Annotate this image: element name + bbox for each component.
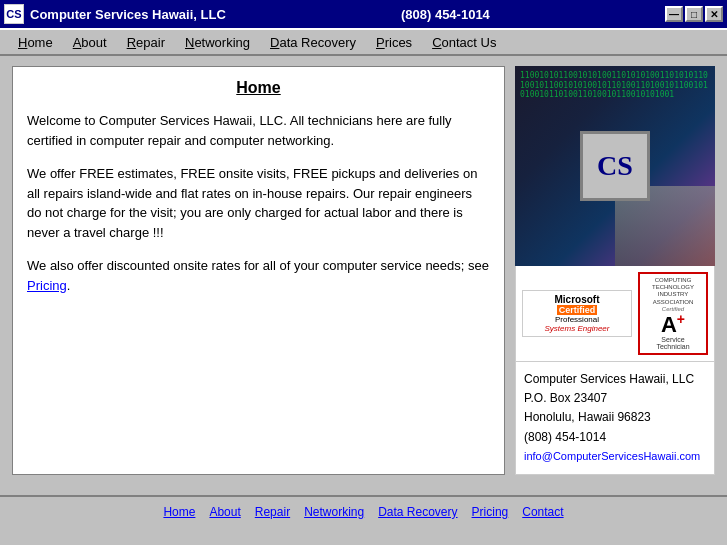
menu-bar: Home About Repair Networking Data Recove… bbox=[0, 28, 727, 56]
ms-certified-text: Certified bbox=[557, 305, 598, 315]
title-left: CS Computer Services Hawaii, LLC bbox=[4, 4, 226, 24]
footer-link-repair[interactable]: Repair bbox=[255, 505, 290, 519]
menu-item-about[interactable]: About bbox=[63, 32, 117, 53]
title-bar: CS Computer Services Hawaii, LLC (808) 4… bbox=[0, 0, 727, 28]
company-logo-overlay: CS bbox=[580, 131, 650, 201]
footer-link-about[interactable]: About bbox=[209, 505, 240, 519]
company-name: Computer Services Hawaii, LLC bbox=[524, 370, 706, 389]
app-logo: CS bbox=[4, 4, 24, 24]
paragraph-intro: Welcome to Computer Services Hawaii, LLC… bbox=[27, 111, 490, 150]
company-po-box: P.O. Box 23407 bbox=[524, 389, 706, 408]
microsoft-cert-badge: Microsoft Certified Professional Systems… bbox=[522, 290, 632, 337]
window-controls: — □ ✕ bbox=[665, 6, 723, 22]
menu-item-home[interactable]: Home bbox=[8, 32, 63, 53]
company-info: Computer Services Hawaii, LLC P.O. Box 2… bbox=[515, 362, 715, 475]
close-button[interactable]: ✕ bbox=[705, 6, 723, 22]
app-title: Computer Services Hawaii, LLC bbox=[30, 7, 226, 22]
pricing-link[interactable]: Pricing bbox=[27, 278, 67, 293]
footer-link-data-recovery[interactable]: Data Recovery bbox=[378, 505, 457, 519]
aplus-cert-badge: COMPUTING TECHNOLOGY INDUSTRY ASSOCIATIO… bbox=[638, 272, 708, 355]
footer-nav: Home About Repair Networking Data Recove… bbox=[0, 495, 727, 527]
maximize-button[interactable]: □ bbox=[685, 6, 703, 22]
aplus-service: Service Technician bbox=[643, 336, 703, 350]
ms-role: Systems Engineer bbox=[528, 324, 626, 333]
minimize-button[interactable]: — bbox=[665, 6, 683, 22]
right-panel: 1100101011001010100110101010011010101101… bbox=[515, 66, 715, 475]
aplus-plus: + bbox=[677, 311, 685, 327]
paragraph-pricing: We also offer discounted onsite rates fo… bbox=[27, 256, 490, 295]
menu-item-prices[interactable]: Prices bbox=[366, 32, 422, 53]
footer-link-contact[interactable]: Contact bbox=[522, 505, 563, 519]
paragraph-pricing-post: . bbox=[67, 278, 71, 293]
footer-link-pricing[interactable]: Pricing bbox=[472, 505, 509, 519]
company-email[interactable]: info@ComputerServicesHawaii.com bbox=[524, 450, 700, 462]
footer-link-networking[interactable]: Networking bbox=[304, 505, 364, 519]
company-phone: (808) 454-1014 bbox=[524, 428, 706, 447]
menu-item-contact-us[interactable]: Contact Us bbox=[422, 32, 506, 53]
content-area: Home Welcome to Computer Services Hawaii… bbox=[0, 56, 727, 485]
cert-badges: Microsoft Certified Professional Systems… bbox=[515, 266, 715, 362]
ms-logo: Microsoft bbox=[528, 294, 626, 305]
menu-item-repair[interactable]: Repair bbox=[117, 32, 175, 53]
footer-link-home[interactable]: Home bbox=[163, 505, 195, 519]
company-city: Honolulu, Hawaii 96823 bbox=[524, 408, 706, 427]
menu-item-networking[interactable]: Networking bbox=[175, 32, 260, 53]
aplus-grade: A+ bbox=[643, 312, 703, 336]
main-content: Home Welcome to Computer Services Hawaii… bbox=[12, 66, 505, 475]
aplus-association: COMPUTING TECHNOLOGY INDUSTRY ASSOCIATIO… bbox=[643, 277, 703, 306]
page-heading: Home bbox=[27, 79, 490, 97]
binary-decoration: 1100101011001010100110101010011010101101… bbox=[520, 71, 710, 100]
paragraph-offers: We offer FREE estimates, FREE onsite vis… bbox=[27, 164, 490, 242]
phone-number: (808) 454-1014 bbox=[401, 7, 490, 22]
paragraph-pricing-pre: We also offer discounted onsite rates fo… bbox=[27, 258, 489, 273]
company-hero-image: 1100101011001010100110101010011010101101… bbox=[515, 66, 715, 266]
menu-item-data-recovery[interactable]: Data Recovery bbox=[260, 32, 366, 53]
ms-professional: Professional bbox=[528, 315, 626, 324]
